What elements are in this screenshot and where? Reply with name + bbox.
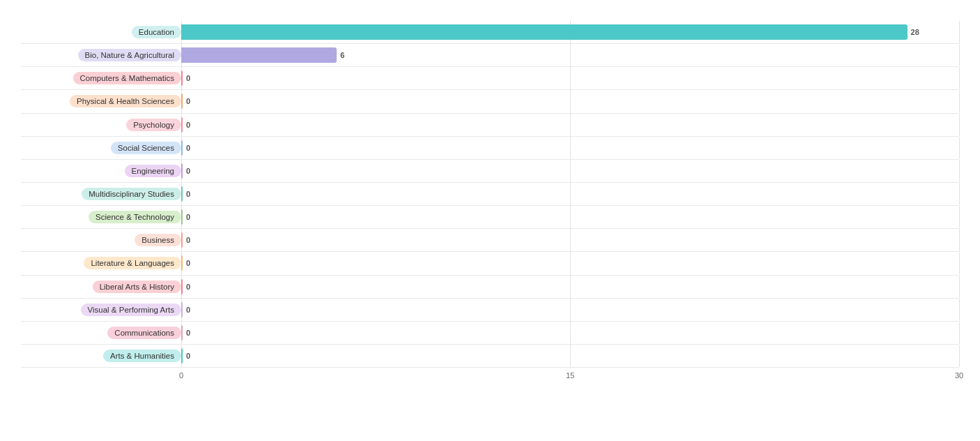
bar-track: 6 — [181, 44, 959, 66]
bar-value: 0 — [186, 352, 190, 360]
label-pill: Physical & Health Sciences — [70, 95, 181, 107]
label-pill: Liberal Arts & History — [93, 281, 181, 293]
bar-value: 0 — [186, 144, 190, 152]
bar-label: Computers & Mathematics — [21, 72, 181, 84]
bar-label: Liberal Arts & History — [21, 281, 181, 293]
bar-row: Social Sciences0 — [21, 137, 959, 160]
bar-fill — [181, 140, 183, 156]
bar-row: Literature & Languages0 — [21, 252, 959, 275]
bar-fill — [181, 348, 183, 364]
bar-fill — [181, 255, 183, 271]
bar-value: 0 — [186, 306, 190, 314]
bar-track: 0 — [181, 206, 959, 228]
label-pill: Visual & Performing Arts — [81, 304, 181, 316]
bar-row: Bio, Nature & Agricultural6 — [21, 44, 959, 67]
bar-label: Engineering — [21, 165, 181, 177]
bar-row: Multidisciplinary Studies0 — [21, 183, 959, 206]
bar-track: 0 — [181, 160, 959, 182]
x-axis-tick: 30 — [955, 371, 963, 380]
bar-track: 0 — [181, 183, 959, 205]
bar-track: 0 — [181, 229, 959, 251]
x-axis-tick: 15 — [566, 371, 574, 380]
bar-row: Education28 — [21, 21, 959, 44]
bar-fill — [181, 325, 183, 341]
bar-value: 28 — [911, 28, 919, 36]
bar-value: 0 — [186, 190, 190, 198]
label-pill: Education — [132, 26, 181, 38]
label-pill: Literature & Languages — [84, 257, 181, 269]
bar-track: 0 — [181, 137, 959, 159]
bar-fill — [181, 117, 183, 133]
bar-value: 0 — [186, 74, 190, 82]
bar-value: 0 — [186, 329, 190, 337]
bar-label: Literature & Languages — [21, 257, 181, 269]
bar-track: 0 — [181, 90, 959, 112]
bar-row: Science & Technology0 — [21, 206, 959, 229]
x-axis-tick: 0 — [179, 371, 183, 380]
label-pill: Computers & Mathematics — [73, 72, 182, 84]
bar-value: 0 — [186, 236, 190, 244]
label-pill: Arts & Humanities — [103, 350, 181, 362]
bar-fill — [181, 279, 183, 294]
bar-value: 0 — [186, 213, 190, 221]
bar-row: Liberal Arts & History0 — [21, 276, 959, 299]
bar-row: Computers & Mathematics0 — [21, 67, 959, 90]
bar-label: Psychology — [21, 119, 181, 131]
bar-fill — [181, 47, 337, 63]
label-pill: Engineering — [125, 165, 181, 177]
chart-area: Education28Bio, Nature & Agricultural6Co… — [21, 21, 959, 371]
bar-value: 0 — [186, 121, 190, 129]
label-pill: Psychology — [126, 119, 181, 131]
bar-label: Visual & Performing Arts — [21, 304, 181, 316]
bar-row: Physical & Health Sciences0 — [21, 90, 959, 113]
label-pill: Communications — [107, 327, 181, 339]
label-pill: Science & Technology — [89, 211, 181, 223]
bar-fill — [181, 163, 183, 179]
bar-row: Engineering0 — [21, 160, 959, 183]
bar-row: Arts & Humanities0 — [21, 345, 959, 368]
bar-fill — [181, 209, 183, 225]
bar-track: 28 — [181, 21, 959, 43]
label-pill: Multidisciplinary Studies — [82, 188, 181, 200]
label-pill: Social Sciences — [111, 142, 181, 154]
bar-row: Psychology0 — [21, 114, 959, 137]
bar-fill — [181, 70, 183, 86]
bar-value: 0 — [186, 167, 190, 175]
chart-container: Education28Bio, Nature & Agricultural6Co… — [0, 0, 980, 441]
bar-label: Communications — [21, 327, 181, 339]
bar-track: 0 — [181, 67, 959, 89]
bar-label: Bio, Nature & Agricultural — [21, 49, 181, 61]
bar-value: 6 — [340, 51, 344, 59]
bar-track: 0 — [181, 345, 959, 367]
bar-row: Communications0 — [21, 322, 959, 345]
bar-row: Visual & Performing Arts0 — [21, 299, 959, 322]
bar-fill — [181, 186, 183, 202]
bar-track: 0 — [181, 299, 959, 321]
bars-section: Education28Bio, Nature & Agricultural6Co… — [21, 21, 959, 368]
bar-value: 0 — [186, 259, 190, 267]
bar-label: Social Sciences — [21, 142, 181, 154]
x-axis: 01530 — [181, 368, 959, 371]
bar-fill — [181, 94, 183, 109]
bar-value: 0 — [186, 97, 190, 105]
bar-label: Education — [21, 26, 181, 38]
bar-value: 0 — [186, 283, 190, 291]
bar-fill — [181, 232, 183, 248]
bar-row: Business0 — [21, 229, 959, 252]
bar-fill — [181, 302, 183, 317]
bar-track: 0 — [181, 114, 959, 136]
bar-label: Arts & Humanities — [21, 350, 181, 362]
label-pill: Business — [135, 234, 181, 246]
bar-fill — [181, 24, 908, 40]
bar-track: 0 — [181, 322, 959, 344]
label-pill: Bio, Nature & Agricultural — [78, 49, 181, 61]
bar-label: Physical & Health Sciences — [21, 95, 181, 107]
bar-label: Multidisciplinary Studies — [21, 188, 181, 200]
bar-label: Science & Technology — [21, 211, 181, 223]
bar-track: 0 — [181, 276, 959, 298]
bar-track: 0 — [181, 252, 959, 274]
bar-label: Business — [21, 234, 181, 246]
